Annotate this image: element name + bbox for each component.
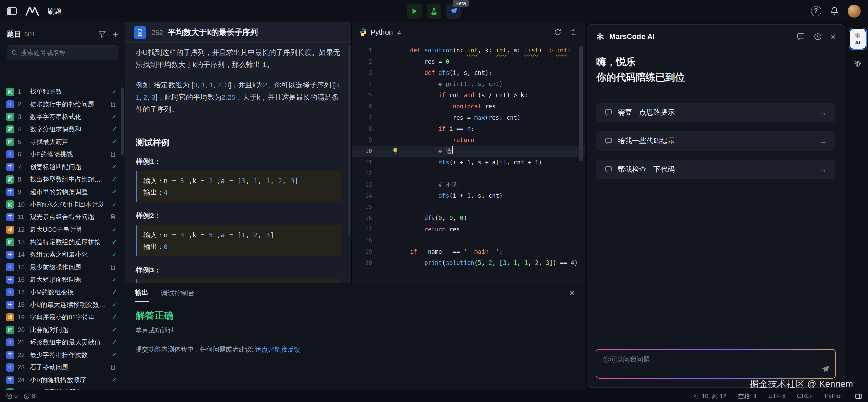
problem-title: 小E的怪物挑战 — [30, 150, 106, 159]
problem-list-item[interactable]: 中14数组元素之和最小化✓ — [0, 248, 125, 261]
eol-setting[interactable]: CRLF — [797, 393, 813, 400]
info-count: 8 — [32, 393, 35, 400]
bug-report-icon[interactable] — [853, 59, 862, 68]
add-problem-button[interactable]: + — [113, 30, 118, 39]
output-close-icon[interactable]: × — [570, 288, 575, 298]
problems-errors[interactable]: 0 — [6, 393, 18, 400]
ai-suggestion-card[interactable]: 帮我检查一下代码→ — [596, 160, 835, 179]
problem-list-item[interactable]: 难12最大UCC子串计算✓ — [0, 223, 125, 236]
cursor-position[interactable]: 行 10, 列 12 — [694, 392, 726, 400]
problem-title: 最少前缀操作问题 — [30, 263, 106, 272]
problem-list-item[interactable]: 中2徒步旅行中的补给问题 — [0, 98, 125, 110]
code-line[interactable]: 8 if i == n: — [352, 123, 585, 134]
code-line[interactable]: 16 dfs(0, 0, 0) — [352, 213, 585, 224]
problems-infos[interactable]: 8 — [24, 393, 35, 400]
reset-code-icon[interactable] — [554, 28, 561, 36]
problem-list-item[interactable]: 中18小U的最大连续移动次数…✓ — [0, 298, 125, 311]
problem-list-item[interactable]: 简1找单独的数✓ — [0, 85, 125, 98]
code-line[interactable]: 20 print(solution(5, 2, [3, 1, 1, 2, 3])… — [352, 257, 585, 269]
code-line[interactable]: 1def solution(n: int, k: int, a: list) -… — [352, 45, 585, 56]
avatar[interactable] — [848, 5, 861, 18]
problem-list-item[interactable]: 简20比赛配对问题✓ — [0, 323, 125, 336]
problem-list-item[interactable]: 中24小R的随机播放顺序✓ — [0, 374, 125, 386]
diff-view-icon[interactable] — [570, 28, 577, 36]
ai-suggestion-card[interactable]: 给我一些代码提示→ — [596, 131, 835, 151]
problem-list-item[interactable]: 简10小F的永久代币卡回本计划✓ — [0, 198, 125, 211]
run-tests-button[interactable] — [427, 4, 441, 19]
help-icon[interactable]: ? — [811, 6, 821, 16]
ai-assistant-button[interactable]: AI — [850, 29, 866, 49]
code-line[interactable]: 13 # 不选 — [352, 179, 585, 190]
language-mode[interactable]: Python — [825, 393, 844, 400]
status-bar: 0 8 行 10, 列 12 空格: 4 UTF-8 CRLF Python — [0, 390, 868, 402]
code-line[interactable]: 15 — [352, 202, 585, 213]
problem-list-item[interactable]: 中21环形数组中的最大贡献值✓ — [0, 336, 125, 348]
problem-list-item[interactable]: 简25DNA序列编辑距离 — [0, 386, 125, 390]
problem-list-item[interactable]: 中11观光景点组合得分问题 — [0, 211, 125, 223]
problem-list-item[interactable]: 简8找出整型数组中占比超过…✓ — [0, 173, 125, 186]
code-line[interactable]: 19if __name__ == '__main__': — [352, 246, 585, 257]
code-line[interactable]: 7 res = max(res, cnt) — [352, 112, 585, 123]
code-line[interactable]: 17 return res — [352, 224, 585, 235]
code-line[interactable]: 12 — [352, 168, 585, 179]
new-chat-icon[interactable] — [797, 33, 805, 41]
problem-list-item[interactable]: 中6小E的怪物挑战 — [0, 148, 125, 161]
layout-icon[interactable] — [855, 393, 862, 400]
ai-suggestion-card[interactable]: 需要一点思路提示→ — [596, 103, 835, 122]
submit-button[interactable]: Beta — [446, 4, 461, 19]
problem-list-item[interactable]: 中15最少前缀操作问题 — [0, 261, 125, 273]
filter-icon[interactable] — [99, 30, 106, 38]
feedback-link[interactable]: 请点此链接反馈 — [255, 346, 300, 353]
lightbulb-icon[interactable] — [392, 147, 399, 155]
problem-list-item[interactable]: 中17小M的数组变换✓ — [0, 286, 125, 298]
problem-title: 最大矩形面积问题 — [30, 275, 106, 284]
problem-number: 9 — [18, 188, 26, 196]
problem-list-item[interactable]: 难19字典序最小的01字符串✓ — [0, 311, 125, 323]
code-line[interactable]: 18 — [352, 235, 585, 246]
problem-list-item[interactable]: 中7创意标题匹配问题✓ — [0, 161, 125, 173]
problem-list-item[interactable]: 简4数字分组求偶数和✓ — [0, 123, 125, 135]
check-icon: ✓ — [110, 288, 119, 296]
code-line[interactable]: 6 nonlocal res — [352, 101, 585, 112]
sample-output: 输出：0 — [143, 241, 335, 252]
code-line[interactable]: 3 def dfs(i, s, cnt): — [352, 67, 585, 79]
tab-python[interactable]: Python — [359, 28, 402, 36]
code-line[interactable]: 11 dfs(i + 1, s + a[i], cnt + 1) — [352, 157, 585, 168]
ai-question-input[interactable] — [596, 350, 835, 378]
ai-close-icon[interactable]: × — [831, 32, 836, 41]
indent-setting[interactable]: 空格: 4 — [738, 392, 757, 400]
code-line[interactable]: 10 # 选 — [352, 146, 585, 157]
sidebar-scrollbar[interactable] — [121, 87, 124, 155]
tab-output[interactable]: 输出 — [135, 283, 149, 302]
send-icon[interactable] — [821, 365, 830, 374]
bell-icon[interactable] — [830, 7, 839, 16]
code-line[interactable]: 9 return — [352, 134, 585, 146]
ai-greeting-line2: 你的代码陪练已到位 — [596, 69, 835, 85]
problem-list-item[interactable]: 中9超市里的货物架调整✓ — [0, 186, 125, 198]
line-number: 5 — [352, 90, 380, 101]
editor-scrollbar[interactable] — [579, 46, 583, 161]
problem-list-item[interactable]: 中16最大矩形面积问题✓ — [0, 273, 125, 286]
tab-debug-console[interactable]: 调试控制台 — [161, 283, 195, 302]
history-icon[interactable] — [814, 33, 822, 41]
language-switch-icon[interactable] — [396, 29, 402, 35]
problem-list-item[interactable]: 中22最少字符串操作次数✓ — [0, 348, 125, 361]
run-button[interactable] — [407, 4, 422, 19]
code-line[interactable]: 5 if cnt and (s / cnt) > k: — [352, 90, 585, 101]
search-input[interactable] — [21, 49, 114, 57]
problem-number: 13 — [18, 238, 26, 246]
difficulty-badge: 简 — [6, 175, 14, 184]
problem-scrollbar[interactable] — [348, 46, 351, 236]
problem-number: 24 — [18, 376, 26, 384]
sidebar-toggle-icon[interactable] — [7, 7, 17, 16]
problem-list-item[interactable]: 简5寻找最大葫芦✓ — [0, 135, 125, 148]
problem-list-item[interactable]: 简3数字字符串格式化✓ — [0, 110, 125, 123]
code-line[interactable]: 2 res = 0 — [352, 56, 585, 67]
code-area[interactable]: 1def solution(n: int, k: int, a: list) -… — [352, 42, 585, 283]
code-line[interactable]: 4 # print(i, s, cnt) — [352, 79, 585, 90]
check-icon: ✓ — [110, 188, 119, 196]
problem-list-item[interactable]: 中23石子移动问题 — [0, 361, 125, 374]
problem-list-item[interactable]: 简13构造特定数组的逆序拼接✓ — [0, 236, 125, 248]
code-line[interactable]: 14 dfs(i + 1, s, cnt) — [352, 190, 585, 202]
encoding[interactable]: UTF-8 — [768, 393, 786, 400]
